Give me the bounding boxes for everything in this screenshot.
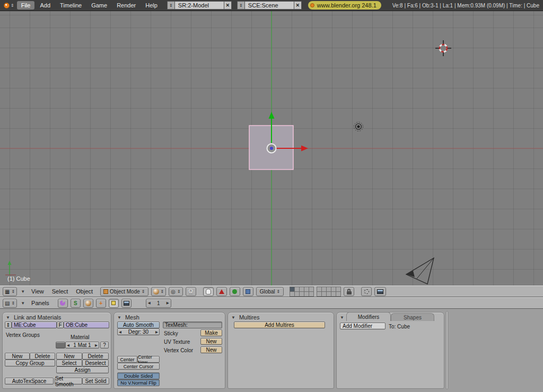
center-cursor-button[interactable]: Center Cursor <box>117 363 160 370</box>
vgroup-delete-button[interactable]: Delete <box>30 353 55 360</box>
no-vnormal-flip-toggle[interactable]: No V.Normal Flip <box>117 379 160 386</box>
scene-name-field[interactable]: SCE:Scene <box>245 1 294 10</box>
panel-collapse-icon[interactable]: ▼ <box>117 315 121 320</box>
layer-20[interactable] <box>336 292 340 296</box>
manipulator-toggle[interactable] <box>203 287 214 296</box>
mesh-browse-button[interactable]: ⇕ <box>5 322 12 328</box>
panel-header[interactable]: ▼ Mesh <box>117 314 139 320</box>
logic-context-button[interactable] <box>58 299 68 308</box>
lamp-object[interactable] <box>354 122 363 131</box>
double-sided-toggle[interactable]: Double Sided <box>117 372 160 379</box>
tab-shapes[interactable]: Shapes <box>391 313 434 321</box>
scene-browse-button[interactable]: ⇕ <box>237 1 245 10</box>
panel-header[interactable]: ▼ Multires <box>231 314 259 320</box>
panel-collapse-icon[interactable]: ▼ <box>340 315 344 320</box>
draw-type-dropdown[interactable]: ⇕ <box>151 287 167 296</box>
object-context-button[interactable]: + <box>96 299 106 308</box>
layer-19[interactable] <box>331 292 336 296</box>
layer-10[interactable] <box>336 287 340 291</box>
texmesh-field[interactable]: TexMesh: <box>163 322 222 328</box>
add-multires-button[interactable]: Add Multires <box>234 322 325 328</box>
camera-object[interactable] <box>406 258 434 284</box>
shading-context-button[interactable] <box>83 299 93 308</box>
website-link[interactable]: www.blender.org 248.1 <box>308 1 381 10</box>
menu-game[interactable]: Game <box>87 1 111 10</box>
spinner-left-icon[interactable]: ◀ <box>148 301 151 305</box>
menu-timeline[interactable]: Timeline <box>56 1 86 10</box>
fake-user-button[interactable]: F <box>57 322 64 328</box>
auto-smooth-toggle[interactable]: Auto Smooth <box>117 322 160 328</box>
rotate-manipulator-toggle[interactable] <box>230 287 240 296</box>
material-delete-button[interactable]: Delete <box>82 353 109 360</box>
orientation-dropdown[interactable]: Global ⇕ <box>256 287 284 296</box>
uv-texture-new-button[interactable]: New <box>200 338 222 345</box>
context-spinner[interactable]: ◀ 1 ▶ <box>146 299 171 308</box>
menu-help[interactable]: Help <box>141 1 162 10</box>
menu-render[interactable]: Render <box>112 1 140 10</box>
panel-collapse-icon[interactable]: ▼ <box>6 315 10 320</box>
layer-buttons-group-2[interactable] <box>317 287 341 297</box>
set-solid-button[interactable]: Set Solid <box>82 378 109 385</box>
lock-layers-toggle[interactable] <box>344 287 354 296</box>
scene-context-button[interactable] <box>121 299 132 308</box>
material-new-button[interactable]: New <box>56 353 82 360</box>
editing-context-button[interactable] <box>109 299 119 308</box>
vertex-color-new-button[interactable]: New <box>200 346 222 353</box>
spinner-left-icon[interactable]: ◀ <box>67 343 69 348</box>
scale-manipulator-toggle[interactable] <box>243 287 253 296</box>
screen-close-button[interactable]: ✕ <box>224 1 232 10</box>
layer-7[interactable] <box>322 287 326 291</box>
occlude-selection-toggle[interactable] <box>361 287 372 296</box>
layer-6[interactable] <box>317 287 321 291</box>
material-color-swatch[interactable] <box>56 342 65 349</box>
sticky-make-button[interactable]: Make <box>200 329 222 336</box>
collapse-menus-icon[interactable]: ▼ <box>21 289 25 294</box>
assign-button[interactable]: Assign <box>56 367 109 373</box>
pivot-dropdown[interactable]: ◎ ⇕ <box>169 287 182 296</box>
material-index-spinner[interactable]: ◀ 1 Mat 1 ▶ <box>65 342 99 349</box>
center-new-button[interactable]: Center New <box>137 356 160 363</box>
menu-view[interactable]: View <box>29 288 47 295</box>
spinner-right-icon[interactable]: ▶ <box>95 343 98 348</box>
layer-17[interactable] <box>322 292 326 296</box>
viewport-window-type-button[interactable]: ▦ ⇕ <box>3 287 17 296</box>
script-context-button[interactable]: S <box>71 299 81 308</box>
deselect-button[interactable]: Deselect <box>82 360 109 367</box>
mesh-name-field[interactable]: ME:Cube <box>12 322 57 328</box>
select-button[interactable]: Select <box>56 360 82 367</box>
buttons-window-type-button[interactable]: ▤ ⇕ <box>3 299 17 308</box>
collapse-menus-icon[interactable]: ▼ <box>21 301 25 306</box>
layer-9[interactable] <box>331 287 336 291</box>
layer-8[interactable] <box>327 287 331 291</box>
menu-select[interactable]: Select <box>49 288 71 295</box>
layer-12[interactable] <box>295 292 299 296</box>
vgroup-new-button[interactable]: New <box>5 353 30 360</box>
layer-15[interactable] <box>309 292 313 296</box>
translate-manipulator-toggle[interactable] <box>216 287 227 296</box>
screen-name-field[interactable]: SR:2-Model <box>175 1 224 10</box>
screen-browse-button[interactable]: ⇕ <box>167 1 175 10</box>
layer-2[interactable] <box>295 287 299 291</box>
degr-spinner[interactable]: ◀ Degr: 30 ▶ <box>117 328 160 335</box>
3d-viewport[interactable]: (1) Cube <box>0 11 543 286</box>
tab-modifiers[interactable]: Modifiers <box>346 312 391 321</box>
layer-16[interactable] <box>317 292 321 296</box>
layer-buttons-group-1[interactable] <box>290 287 314 297</box>
material-help-button[interactable]: ? <box>100 342 109 349</box>
spinner-right-icon[interactable]: ▶ <box>155 330 158 334</box>
layer-18[interactable] <box>327 292 331 296</box>
panel-collapse-icon[interactable]: ▼ <box>231 315 235 320</box>
object-name-field[interactable]: OB:Cube <box>64 322 109 328</box>
set-smooth-button[interactable]: Set Smooth <box>55 378 82 385</box>
layer-1[interactable] <box>290 287 294 291</box>
layer-5[interactable] <box>309 287 313 291</box>
layer-4[interactable] <box>304 287 309 291</box>
spinner-right-icon[interactable]: ▶ <box>167 301 169 305</box>
scene-close-button[interactable]: ✕ <box>294 1 302 10</box>
add-modifier-dropdown[interactable]: Add Modifier <box>340 323 386 329</box>
panels-menu[interactable]: Panels <box>29 300 52 306</box>
render-preview-button[interactable] <box>374 287 386 296</box>
layer-3[interactable] <box>300 287 304 291</box>
copy-group-button[interactable]: Copy Group <box>5 360 55 367</box>
snap-toggle[interactable]: Ω <box>186 287 196 296</box>
